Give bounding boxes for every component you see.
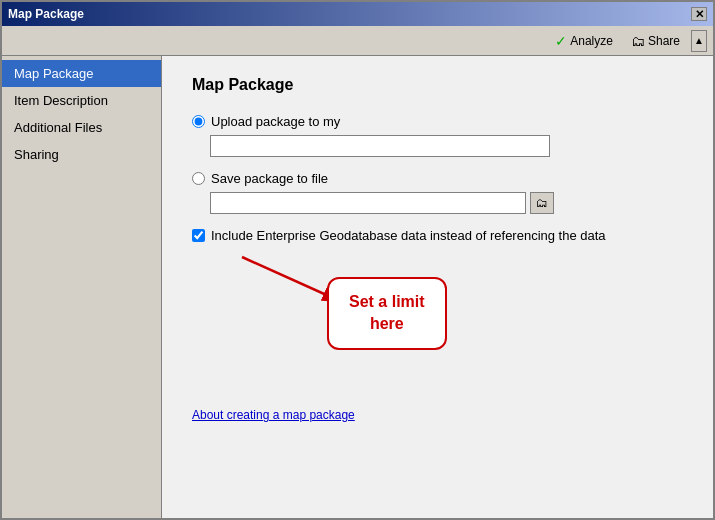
main-content: Map Package Item Description Additional … [2, 56, 713, 518]
share-button[interactable]: 🗂 Share [624, 30, 687, 52]
sidebar: Map Package Item Description Additional … [2, 56, 162, 518]
share-icon: 🗂 [631, 33, 645, 49]
page-title: Map Package [192, 76, 683, 94]
about-link[interactable]: About creating a map package [192, 408, 355, 422]
checkbox-section: Include Enterprise Geodatabase data inst… [192, 228, 683, 243]
save-input-group: 🗂 [210, 192, 683, 214]
analyze-button[interactable]: ✓ Analyze [548, 30, 620, 52]
save-radio-text: Save package to file [211, 171, 328, 186]
sidebar-item-additional-files[interactable]: Additional Files [2, 114, 161, 141]
sidebar-item-item-description[interactable]: Item Description [2, 87, 161, 114]
save-input[interactable] [210, 192, 526, 214]
content-area: Map Package Upload package to my Save pa… [162, 56, 713, 518]
enterprise-checkbox[interactable] [192, 229, 205, 242]
title-bar: Map Package ✕ [2, 2, 713, 26]
save-radio[interactable] [192, 172, 205, 185]
main-window: Map Package ✕ ✓ Analyze 🗂 Share ▲ Map Pa… [0, 0, 715, 520]
callout-bubble: Set a limithere [327, 277, 447, 350]
upload-radio-text: Upload package to my [211, 114, 340, 129]
window-title: Map Package [8, 7, 84, 21]
close-button[interactable]: ✕ [691, 7, 707, 21]
browse-button[interactable]: 🗂 [530, 192, 554, 214]
upload-radio[interactable] [192, 115, 205, 128]
toolbar: ✓ Analyze 🗂 Share ▲ [2, 26, 713, 56]
callout-bubble-container: Set a limithere [327, 277, 447, 350]
upload-input[interactable] [210, 135, 550, 157]
browse-icon: 🗂 [536, 196, 548, 210]
link-section: About creating a map package [192, 407, 683, 422]
scroll-up-button[interactable]: ▲ [691, 30, 707, 52]
save-radio-label[interactable]: Save package to file [192, 171, 683, 186]
sidebar-item-map-package[interactable]: Map Package [2, 60, 161, 87]
share-label: Share [648, 34, 680, 48]
analyze-label: Analyze [570, 34, 613, 48]
callout-text: Set a limithere [349, 291, 425, 336]
callout-wrapper: Set a limithere [192, 257, 683, 377]
upload-section: Upload package to my [192, 114, 683, 157]
upload-radio-label[interactable]: Upload package to my [192, 114, 683, 129]
sidebar-item-sharing[interactable]: Sharing [2, 141, 161, 168]
enterprise-checkbox-text: Include Enterprise Geodatabase data inst… [211, 228, 606, 243]
save-section: Save package to file 🗂 [192, 171, 683, 214]
check-icon: ✓ [555, 33, 567, 49]
enterprise-checkbox-label[interactable]: Include Enterprise Geodatabase data inst… [192, 228, 683, 243]
